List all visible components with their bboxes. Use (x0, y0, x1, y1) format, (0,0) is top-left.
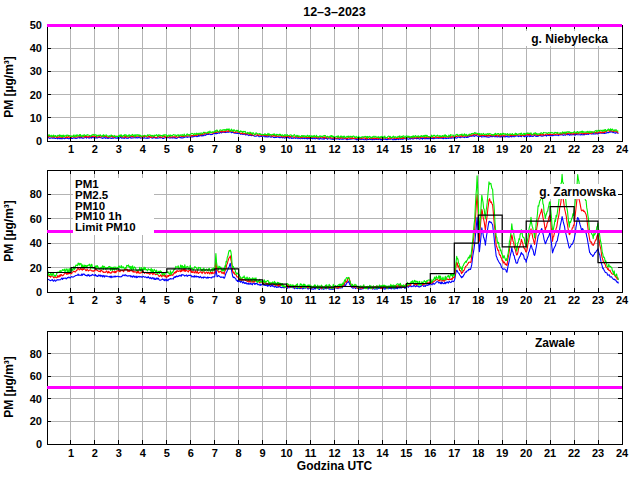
figure: 1234567891011121314151617181920212223240… (0, 0, 640, 480)
legend-item-limit-pm10: Limit PM10 (75, 221, 136, 233)
x-tick-label: 23 (592, 447, 604, 459)
y-tick-label: 60 (30, 213, 42, 225)
x-tick-label: 17 (448, 447, 460, 459)
x-tick-label: 15 (400, 143, 412, 155)
x-tick-label: 23 (592, 143, 604, 155)
x-tick-label: 11 (305, 447, 317, 459)
x-tick-label: 17 (448, 143, 460, 155)
x-tick-label: 19 (496, 143, 508, 155)
x-tick-label: 19 (496, 294, 508, 306)
x-tick-label: 24 (616, 294, 629, 306)
x-tick-label: 23 (592, 294, 604, 306)
station-label-zarnowska: g. Zarnowska (539, 185, 616, 199)
x-tick-label: 4 (140, 143, 147, 155)
ylabel-plot1: PM [µg/m³] (2, 56, 16, 118)
x-tick-label: 14 (376, 447, 389, 459)
x-tick-label: 9 (260, 447, 266, 459)
x-tick-label: 6 (188, 143, 194, 155)
x-tick-label: 19 (496, 447, 508, 459)
x-tick-label: 5 (164, 447, 170, 459)
legend: PM1PM2.5PM10PM10 1hLimit PM10 (73, 178, 154, 235)
subplot-3: 1234567891011121314151617181920212223240… (30, 331, 629, 459)
y-tick-label: 20 (30, 262, 42, 274)
x-tick-label: 4 (140, 447, 147, 459)
x-tick-label: 15 (400, 294, 412, 306)
x-tick-label: 14 (376, 294, 389, 306)
x-tick-label: 3 (116, 143, 122, 155)
y-tick-label: 40 (30, 393, 42, 405)
x-tick-label: 16 (424, 294, 436, 306)
chart-canvas: 1234567891011121314151617181920212223240… (0, 0, 640, 480)
x-tick-label: 1 (68, 143, 74, 155)
x-tick-label: 12 (328, 447, 340, 459)
x-tick-label: 7 (212, 143, 218, 155)
y-tick-label: 0 (36, 438, 42, 450)
x-tick-label: 8 (236, 143, 242, 155)
x-tick-label: 16 (424, 447, 436, 459)
x-tick-label: 18 (472, 143, 484, 155)
y-tick-label: 80 (30, 188, 42, 200)
x-tick-label: 15 (400, 447, 412, 459)
x-tick-label: 2 (92, 294, 98, 306)
x-tick-label: 5 (164, 143, 170, 155)
ylabel-plot3: PM [µg/m³] (2, 356, 16, 418)
tick-labels: 1234567891011121314151617181920212223240… (30, 348, 629, 459)
y-tick-label: 40 (30, 42, 42, 54)
x-tick-label: 11 (305, 294, 317, 306)
x-tick-label: 4 (140, 294, 147, 306)
x-tick-label: 18 (472, 447, 484, 459)
y-tick-label: 40 (30, 237, 42, 249)
station-label-zawale: Zawale (535, 336, 575, 350)
figure-title: 12–3–2023 (303, 5, 366, 19)
x-tick-label: 7 (212, 447, 218, 459)
x-tick-label: 22 (568, 143, 580, 155)
x-tick-label: 10 (280, 294, 292, 306)
x-tick-label: 3 (116, 294, 122, 306)
labels-layer: 12–3–2023 PM [µg/m³] PM [µg/m³] PM [µg/m… (2, 5, 618, 473)
ylabel-plot2: PM [µg/m³] (2, 200, 16, 262)
y-tick-label: 50 (30, 19, 42, 31)
x-tick-label: 7 (212, 294, 218, 306)
x-tick-label: 8 (236, 294, 242, 306)
y-tick-label: 20 (30, 415, 42, 427)
x-tick-label: 6 (188, 447, 194, 459)
x-tick-label: 21 (544, 294, 556, 306)
x-tick-label: 13 (352, 294, 364, 306)
y-tick-label: 0 (36, 135, 42, 147)
y-tick-label: 30 (30, 65, 42, 77)
x-tick-label: 1 (68, 447, 74, 459)
x-tick-label: 21 (544, 143, 556, 155)
x-tick-label: 3 (116, 447, 122, 459)
x-tick-label: 20 (520, 143, 532, 155)
x-tick-label: 13 (352, 143, 364, 155)
x-tick-label: 18 (472, 294, 484, 306)
x-tick-label: 8 (236, 447, 242, 459)
x-tick-label: 9 (260, 143, 266, 155)
x-tick-label: 6 (188, 294, 194, 306)
x-tick-label: 16 (424, 143, 436, 155)
x-tick-label: 21 (544, 447, 556, 459)
x-tick-label: 11 (305, 143, 317, 155)
x-tick-label: 14 (376, 143, 389, 155)
x-tick-label: 10 (280, 143, 292, 155)
x-tick-label: 24 (616, 143, 629, 155)
x-tick-label: 9 (260, 294, 266, 306)
x-tick-label: 22 (568, 294, 580, 306)
series-layer (47, 129, 618, 140)
y-tick-label: 0 (36, 286, 42, 298)
y-tick-label: 80 (30, 348, 42, 360)
x-tick-label: 1 (68, 294, 74, 306)
x-tick-label: 22 (568, 447, 580, 459)
x-tick-label: 5 (164, 294, 170, 306)
x-tick-label: 12 (328, 294, 340, 306)
x-tick-label: 10 (280, 447, 292, 459)
x-tick-label: 2 (92, 447, 98, 459)
x-tick-label: 17 (448, 294, 460, 306)
x-tick-label: 12 (328, 143, 340, 155)
xlabel: Godzina UTC (297, 459, 373, 473)
x-tick-label: 20 (520, 294, 532, 306)
station-label-niebylecka: g. Niebylecka (531, 32, 608, 46)
y-tick-label: 60 (30, 370, 42, 382)
x-tick-label: 13 (352, 447, 364, 459)
y-tick-label: 20 (30, 89, 42, 101)
